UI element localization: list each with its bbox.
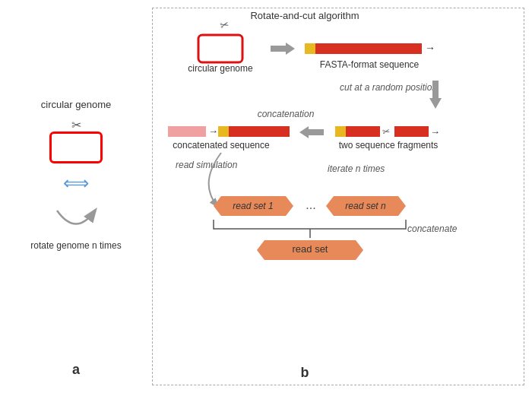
svg-rect-5 [305, 43, 315, 54]
right-panel: ✂ circular genome → FASTA-format sequenc… [152, 8, 524, 385]
svg-text:→: → [425, 42, 435, 54]
svg-text:read set: read set [293, 243, 328, 255]
svg-text:circular genome: circular genome [188, 63, 253, 74]
svg-text:read simulation: read simulation [176, 160, 238, 170]
svg-text:...: ... [306, 198, 315, 211]
svg-text:→: → [208, 125, 218, 137]
svg-text:✂: ✂ [219, 17, 231, 32]
svg-text:concatenation: concatenation [258, 109, 315, 119]
svg-rect-15 [229, 126, 290, 137]
svg-rect-18 [335, 126, 346, 137]
svg-text:read set n: read set n [345, 201, 386, 211]
left-circular-genome-label: circular genome [41, 99, 112, 110]
rotate-arrow-svg [46, 203, 106, 237]
svg-text:cut at a random position: cut at a random position [340, 82, 437, 93]
svg-text:b: b [301, 365, 309, 380]
double-arrow-icon: ⟺ [63, 173, 89, 194]
scissors-left-icon: ✂ [71, 118, 81, 132]
svg-rect-19 [346, 126, 380, 137]
left-genome-display: ✂ [49, 116, 103, 163]
svg-text:FASTA-format sequence: FASTA-format sequence [320, 59, 420, 70]
svg-text:✂: ✂ [382, 125, 391, 138]
svg-marker-27 [214, 196, 293, 216]
svg-marker-10 [429, 81, 442, 109]
svg-text:iterate n times: iterate n times [328, 163, 385, 174]
svg-text:Rotate-and-cut algorithm: Rotate-and-cut algorithm [250, 10, 359, 21]
svg-text:→: → [430, 126, 440, 138]
left-panel: circular genome ✂ ⟺ rotate genome n time… [0, 0, 152, 393]
left-genome-box [49, 132, 103, 163]
svg-rect-6 [315, 43, 422, 54]
svg-marker-30 [326, 196, 406, 216]
svg-marker-17 [299, 126, 324, 138]
svg-marker-4 [271, 43, 295, 55]
svg-text:concatenated sequence: concatenated sequence [173, 140, 270, 151]
rotate-label: rotate genome n times [30, 240, 121, 251]
panel-a-label: a [72, 362, 80, 378]
svg-rect-21 [394, 126, 429, 137]
svg-rect-14 [218, 126, 229, 137]
svg-rect-2 [198, 35, 242, 62]
svg-text:concatenate: concatenate [407, 223, 458, 234]
svg-text:two sequence fragments: two sequence fragments [339, 140, 439, 151]
right-panel-svg: ✂ circular genome → FASTA-format sequenc… [153, 8, 524, 385]
main-container: circular genome ✂ ⟺ rotate genome n time… [0, 0, 532, 393]
svg-marker-34 [257, 240, 363, 260]
svg-rect-12 [168, 126, 206, 137]
svg-text:read set 1: read set 1 [233, 201, 273, 211]
